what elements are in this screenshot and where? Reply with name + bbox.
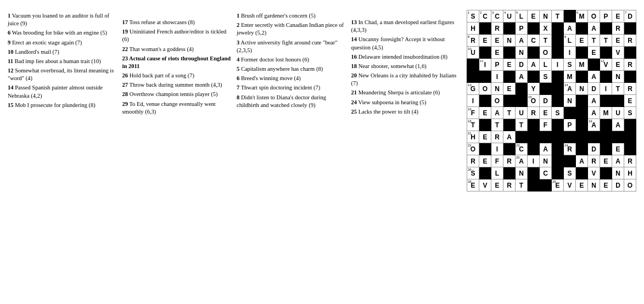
grid-cell-6-0[interactable]: 13G [467, 83, 479, 95]
grid-cell-8-6[interactable]: E [540, 107, 552, 119]
grid-cell-2-8[interactable]: 9L [564, 35, 576, 47]
grid-cell-4-11[interactable]: 12V [600, 59, 612, 71]
grid-cell-12-1[interactable]: E [479, 155, 491, 167]
grid-cell-7-8[interactable]: N [564, 95, 576, 107]
grid-cell-3-5[interactable] [528, 47, 540, 59]
grid-cell-3-3[interactable] [503, 47, 516, 59]
grid-cell-11-2[interactable]: I [491, 143, 503, 155]
grid-cell-1-4[interactable]: P [516, 22, 528, 35]
grid-cell-3-8[interactable]: I [564, 47, 576, 59]
grid-cell-5-7[interactable] [552, 71, 564, 83]
grid-cell-14-5[interactable] [528, 179, 540, 192]
grid-cell-6-10[interactable]: D [588, 83, 600, 95]
grid-cell-12-3[interactable]: R [503, 155, 516, 167]
grid-cell-1-7[interactable] [552, 22, 564, 35]
grid-cell-4-9[interactable]: M [576, 59, 588, 71]
grid-cell-6-12[interactable]: T [612, 83, 624, 95]
grid-cell-9-9[interactable] [576, 119, 588, 131]
grid-cell-0-12[interactable]: E [612, 10, 624, 22]
grid-cell-5-11[interactable] [600, 71, 612, 83]
grid-cell-0-11[interactable]: P [600, 10, 612, 22]
grid-cell-10-2[interactable]: R [491, 131, 503, 143]
grid-cell-0-13[interactable]: 7D [624, 10, 636, 22]
grid-cell-14-10[interactable]: N [588, 179, 600, 192]
grid-cell-13-12[interactable]: N [612, 167, 624, 179]
grid-cell-10-0[interactable]: 21H [467, 131, 479, 143]
grid-cell-0-10[interactable]: O [588, 10, 600, 22]
grid-cell-1-12[interactable]: R [612, 22, 624, 35]
grid-cell-3-6[interactable]: O [540, 47, 552, 59]
grid-cell-0-8[interactable] [564, 10, 576, 22]
grid-cell-3-4[interactable]: N [516, 47, 528, 59]
grid-cell-2-6[interactable]: T [540, 35, 552, 47]
grid-cell-13-3[interactable] [503, 167, 516, 179]
grid-cell-11-4[interactable]: 23C [516, 143, 528, 155]
grid-cell-8-10[interactable]: A [588, 107, 600, 119]
grid-cell-4-10[interactable] [588, 59, 600, 71]
grid-cell-4-13[interactable]: R [624, 59, 636, 71]
grid-cell-8-9[interactable] [576, 107, 588, 119]
grid-cell-7-4[interactable] [516, 95, 528, 107]
grid-cell-6-9[interactable]: N [576, 83, 588, 95]
grid-cell-8-13[interactable]: S [624, 107, 636, 119]
grid-cell-6-3[interactable]: E [503, 83, 516, 95]
grid-cell-13-5[interactable] [528, 167, 540, 179]
grid-cell-6-11[interactable]: I [600, 83, 612, 95]
grid-cell-5-6[interactable]: S [540, 71, 552, 83]
grid-cell-7-3[interactable] [503, 95, 516, 107]
grid-cell-5-4[interactable]: A [516, 71, 528, 83]
grid-cell-2-0[interactable]: 8R [467, 35, 479, 47]
grid-cell-1-1[interactable] [479, 22, 491, 35]
grid-cell-5-1[interactable] [479, 71, 491, 83]
grid-cell-11-6[interactable]: A [540, 143, 552, 155]
grid-cell-6-1[interactable]: O [479, 83, 491, 95]
grid-cell-8-1[interactable]: E [479, 107, 491, 119]
grid-cell-4-12[interactable]: E [612, 59, 624, 71]
grid-cell-12-9[interactable]: A [576, 155, 588, 167]
grid-cell-0-1[interactable]: 2C [479, 10, 491, 22]
grid-cell-5-3[interactable] [503, 71, 516, 83]
grid-cell-1-11[interactable] [600, 22, 612, 35]
grid-cell-11-13[interactable] [624, 143, 636, 155]
grid-cell-9-1[interactable] [479, 119, 491, 131]
grid-cell-2-3[interactable]: N [503, 35, 516, 47]
grid-cell-0-7[interactable]: T [552, 10, 564, 22]
grid-cell-13-8[interactable]: S [564, 167, 576, 179]
grid-cell-9-11[interactable] [600, 119, 612, 131]
grid-cell-2-12[interactable]: E [612, 35, 624, 47]
grid-cell-11-7[interactable] [552, 143, 564, 155]
grid-cell-4-6[interactable]: L [540, 59, 552, 71]
grid-cell-5-8[interactable]: M [564, 71, 576, 83]
grid-cell-6-6[interactable] [540, 83, 552, 95]
grid-cell-14-13[interactable]: O [624, 179, 636, 192]
grid-cell-1-5[interactable] [528, 22, 540, 35]
grid-cell-13-2[interactable]: L [491, 167, 503, 179]
grid-cell-7-5[interactable]: 15O [528, 95, 540, 107]
grid-cell-7-12[interactable] [612, 95, 624, 107]
grid-cell-13-7[interactable] [552, 167, 564, 179]
grid-cell-2-5[interactable]: C [528, 35, 540, 47]
grid-cell-2-1[interactable]: E [479, 35, 491, 47]
grid-cell-6-8[interactable]: 14A [564, 83, 576, 95]
grid-cell-14-7[interactable]: 29E [552, 179, 564, 192]
grid-cell-4-3[interactable]: E [503, 59, 516, 71]
grid-cell-2-13[interactable]: R [624, 35, 636, 47]
grid-cell-1-13[interactable] [624, 22, 636, 35]
grid-cell-3-12[interactable]: V [612, 47, 624, 59]
grid-cell-6-4[interactable] [516, 83, 528, 95]
grid-cell-11-5[interactable] [528, 143, 540, 155]
grid-cell-3-1[interactable] [479, 47, 491, 59]
grid-cell-11-11[interactable] [600, 143, 612, 155]
grid-cell-1-6[interactable]: X [540, 22, 552, 35]
grid-cell-14-8[interactable]: V [564, 179, 576, 192]
grid-cell-9-6[interactable]: F [540, 119, 552, 131]
grid-cell-0-3[interactable]: 4U [503, 10, 516, 22]
grid-cell-14-12[interactable]: D [612, 179, 624, 192]
grid-cell-9-10[interactable]: 19A [588, 119, 600, 131]
grid-cell-5-10[interactable]: A [588, 71, 600, 83]
grid-cell-5-12[interactable]: N [612, 71, 624, 83]
grid-cell-4-0[interactable] [467, 59, 479, 71]
grid-cell-13-1[interactable] [479, 167, 491, 179]
grid-cell-11-10[interactable]: D [588, 143, 600, 155]
grid-cell-6-7[interactable] [552, 83, 564, 95]
